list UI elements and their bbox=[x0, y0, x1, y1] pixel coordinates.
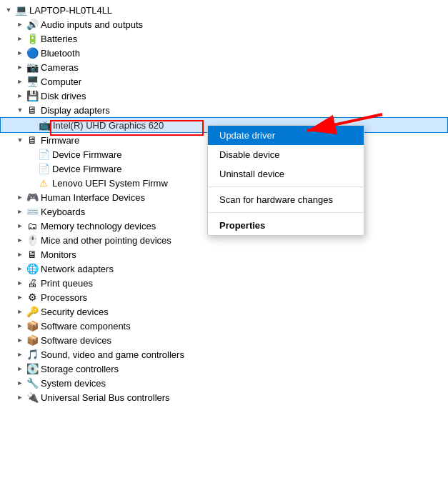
tree-item-print[interactable]: 🖨Print queues bbox=[0, 276, 448, 290]
chevron-firmware[interactable] bbox=[14, 134, 26, 146]
label-batteries: Batteries bbox=[41, 34, 448, 44]
chevron-laptop[interactable] bbox=[3, 4, 14, 16]
chevron-mice[interactable] bbox=[14, 234, 26, 246]
label-monitors: Monitors bbox=[41, 249, 448, 260]
icon-system: 🔧 bbox=[26, 377, 39, 389]
icon-bluetooth: 🔵 bbox=[26, 46, 39, 59]
chevron-computer[interactable] bbox=[14, 76, 26, 87]
tree-item-security[interactable]: 🔑Security devices bbox=[0, 304, 448, 319]
icon-devfirm1: 📄 bbox=[37, 148, 50, 161]
label-diskdrives: Disk drives bbox=[41, 91, 448, 101]
label-bluetooth: Bluetooth bbox=[41, 48, 448, 59]
chevron-network[interactable] bbox=[14, 263, 26, 274]
chevron-displayadapters[interactable] bbox=[14, 104, 26, 116]
icon-softwaredevices: 📦 bbox=[26, 334, 39, 347]
chevron-bluetooth[interactable] bbox=[14, 47, 26, 59]
ctx-update[interactable]: Update driver bbox=[208, 126, 364, 145]
icon-laptop: 💻 bbox=[14, 4, 27, 16]
icon-softwarecomponents: 📦 bbox=[26, 319, 39, 332]
label-processors: Processors bbox=[41, 292, 448, 303]
tree-item-cameras[interactable]: 📷Cameras bbox=[0, 60, 448, 74]
chevron-softwaredevices[interactable] bbox=[14, 334, 26, 346]
ctx-disable[interactable]: Disable device bbox=[208, 145, 364, 164]
icon-devfirm2: 📄 bbox=[37, 162, 50, 175]
chevron-softwarecomponents[interactable] bbox=[14, 320, 26, 332]
label-usb: Universal Serial Bus controllers bbox=[41, 392, 448, 403]
label-mice: Mice and other pointing devices bbox=[41, 235, 448, 246]
context-menu: Update driverDisable deviceUninstall dev… bbox=[207, 125, 364, 236]
tree-item-sound[interactable]: 🎵Sound, video and game controllers bbox=[0, 347, 448, 362]
icon-keyboards: ⌨️ bbox=[26, 205, 39, 218]
chevron-cameras[interactable] bbox=[14, 61, 26, 73]
chevron-diskdrives[interactable] bbox=[14, 90, 26, 101]
icon-lenovo: ⚠ bbox=[37, 176, 50, 189]
icon-hid: 🎮 bbox=[26, 191, 39, 204]
chevron-memory[interactable] bbox=[14, 220, 26, 231]
ctx-scan[interactable]: Scan for hardware changes bbox=[208, 190, 364, 209]
icon-print: 🖨 bbox=[26, 277, 39, 289]
label-sound: Sound, video and game controllers bbox=[41, 349, 448, 360]
label-network: Network adapters bbox=[41, 264, 448, 274]
icon-intel: 📺 bbox=[38, 119, 51, 131]
tree-item-usb[interactable]: 🔌Universal Serial Bus controllers bbox=[0, 390, 448, 404]
icon-diskdrives: 💾 bbox=[26, 89, 39, 102]
icon-audio: 🔊 bbox=[26, 18, 39, 31]
label-system: System devices bbox=[41, 378, 448, 389]
label-softwarecomponents: Software components bbox=[41, 321, 448, 332]
ctx-uninstall[interactable]: Uninstall device bbox=[208, 164, 364, 184]
icon-security: 🔑 bbox=[26, 305, 39, 318]
icon-network: 🌐 bbox=[26, 262, 39, 275]
chevron-batteries[interactable] bbox=[14, 33, 26, 44]
icon-cameras: 📷 bbox=[26, 61, 39, 74]
label-computer: Computer bbox=[41, 76, 448, 87]
tree-item-laptop[interactable]: 💻LAPTOP-HL0TL4LL bbox=[0, 3, 448, 17]
label-security: Security devices bbox=[41, 307, 448, 317]
chevron-sound[interactable] bbox=[14, 349, 26, 360]
chevron-print[interactable] bbox=[14, 277, 26, 289]
icon-computer: 🖥️ bbox=[26, 75, 39, 88]
tree-item-system[interactable]: 🔧System devices bbox=[0, 376, 448, 390]
chevron-audio[interactable] bbox=[14, 19, 26, 30]
chevron-keyboards[interactable] bbox=[14, 206, 26, 217]
icon-monitors: 🖥 bbox=[26, 248, 39, 261]
tree-item-computer[interactable]: 🖥️Computer bbox=[0, 74, 448, 89]
icon-storage: 💽 bbox=[26, 362, 39, 375]
tree-item-storage[interactable]: 💽Storage controllers bbox=[0, 362, 448, 376]
tree-item-softwarecomponents[interactable]: 📦Software components bbox=[0, 319, 448, 333]
chevron-usb[interactable] bbox=[14, 392, 26, 403]
ctx-properties[interactable]: Properties bbox=[208, 216, 364, 235]
separator-after-uninstall bbox=[208, 186, 364, 187]
device-manager: 💻LAPTOP-HL0TL4LL🔊Audio inputs and output… bbox=[0, 0, 448, 498]
icon-usb: 🔌 bbox=[26, 391, 39, 404]
label-print: Print queues bbox=[41, 278, 448, 289]
icon-sound: 🎵 bbox=[26, 348, 39, 361]
tree-item-batteries[interactable]: 🔋Batteries bbox=[0, 31, 448, 46]
tree-item-displayadapters[interactable]: 🖥Display adapters bbox=[0, 103, 448, 117]
label-displayadapters: Display adapters bbox=[41, 105, 448, 116]
chevron-hid[interactable] bbox=[14, 191, 26, 203]
tree-item-diskdrives[interactable]: 💾Disk drives bbox=[0, 89, 448, 103]
chevron-monitors[interactable] bbox=[14, 249, 26, 260]
tree-item-network[interactable]: 🌐Network adapters bbox=[0, 262, 448, 276]
icon-displayadapters: 🖥 bbox=[26, 104, 39, 116]
label-laptop: LAPTOP-HL0TL4LL bbox=[29, 5, 448, 16]
chevron-processors[interactable] bbox=[14, 292, 26, 303]
chevron-security[interactable] bbox=[14, 306, 26, 317]
label-cameras: Cameras bbox=[41, 62, 448, 73]
separator-after-scan bbox=[208, 212, 364, 213]
label-softwaredevices: Software devices bbox=[41, 335, 448, 346]
tree-item-monitors[interactable]: 🖥Monitors bbox=[0, 247, 448, 262]
chevron-system[interactable] bbox=[14, 377, 26, 389]
icon-processors: ⚙ bbox=[26, 291, 39, 304]
icon-batteries: 🔋 bbox=[26, 32, 39, 45]
label-audio: Audio inputs and outputs bbox=[41, 19, 448, 30]
tree-item-softwaredevices[interactable]: 📦Software devices bbox=[0, 333, 448, 347]
icon-mice: 🖱️ bbox=[26, 234, 39, 246]
label-storage: Storage controllers bbox=[41, 364, 448, 374]
tree-item-processors[interactable]: ⚙Processors bbox=[0, 290, 448, 304]
tree-item-bluetooth[interactable]: 🔵Bluetooth bbox=[0, 46, 448, 60]
icon-memory: 🗂 bbox=[26, 219, 39, 232]
chevron-storage[interactable] bbox=[14, 363, 26, 374]
icon-firmware: 🖥 bbox=[26, 134, 39, 146]
tree-item-audio[interactable]: 🔊Audio inputs and outputs bbox=[0, 17, 448, 31]
